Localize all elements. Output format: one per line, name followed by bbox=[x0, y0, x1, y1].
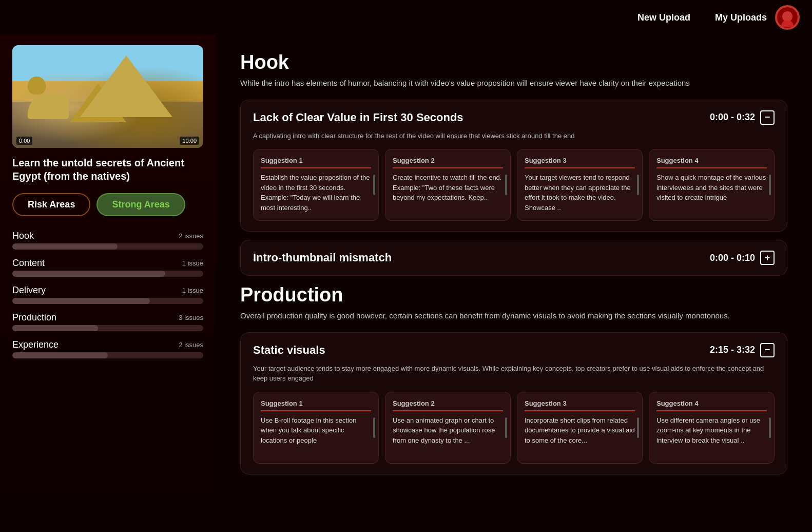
risk-areas-button[interactable]: Risk Areas bbox=[12, 193, 90, 216]
issue-hook: Hook 2 issues bbox=[12, 231, 203, 250]
collapse-static-icon[interactable]: − bbox=[760, 343, 775, 357]
issue-delivery-bar-bg bbox=[12, 298, 203, 304]
lack-of-value-card: Lack of Clear Value in First 30 Seconds … bbox=[240, 100, 787, 232]
production-section-title: Production bbox=[240, 284, 787, 306]
lack-of-value-card-header: Lack of Clear Value in First 30 Seconds … bbox=[253, 110, 775, 125]
suggestion-2-text: Create incentive to watch till the end. … bbox=[393, 173, 503, 203]
issue-delivery-count: 1 issue bbox=[182, 287, 203, 294]
issue-content: Content 1 issue bbox=[12, 258, 203, 277]
production-section-subtitle: Overall production quality is good howev… bbox=[240, 310, 787, 322]
scroll-indicator-s1 bbox=[373, 417, 375, 438]
sphinx-head-shape bbox=[28, 77, 46, 94]
suggestion-card-1: Suggestion 1 Establish the value proposi… bbox=[253, 149, 379, 221]
pyramid-large-shape bbox=[80, 55, 172, 117]
issue-hook-name: Hook bbox=[12, 231, 34, 241]
static-visuals-suggestions: Suggestion 1 Use B-roll footage in this … bbox=[253, 392, 775, 464]
issue-content-bar-bg bbox=[12, 271, 203, 277]
static-suggestion-3-label: Suggestion 3 bbox=[525, 400, 635, 411]
static-suggestion-1-label: Suggestion 1 bbox=[261, 400, 371, 411]
issue-experience-bar-fill bbox=[12, 352, 108, 358]
new-upload-nav[interactable]: New Upload bbox=[637, 12, 690, 23]
static-visuals-card: Static visuals 2:15 - 3:32 − Your target… bbox=[240, 332, 787, 474]
issue-content-count: 1 issue bbox=[182, 259, 203, 267]
issue-hook-header: Hook 2 issues bbox=[12, 231, 203, 241]
lack-of-value-suggestions: Suggestion 1 Establish the value proposi… bbox=[253, 149, 775, 221]
main-layout: 0:00 10:00 Learn the untold secrets of A… bbox=[0, 35, 812, 532]
issue-production-bar-fill bbox=[12, 325, 98, 331]
thumbnail-image bbox=[12, 45, 203, 148]
static-visuals-time-text: 2:15 - 3:32 bbox=[710, 345, 755, 355]
issue-experience-count: 2 issues bbox=[179, 341, 203, 349]
issue-hook-bar-bg bbox=[12, 243, 203, 250]
static-suggestion-card-1: Suggestion 1 Use B-roll footage in this … bbox=[253, 392, 379, 464]
issue-production: Production 3 issues bbox=[12, 312, 203, 331]
lack-of-value-desc: A captivating intro with clear structure… bbox=[253, 131, 775, 141]
suggestion-1-label: Suggestion 1 bbox=[261, 157, 371, 168]
video-time-start: 0:00 bbox=[16, 137, 32, 145]
suggestion-3-label: Suggestion 3 bbox=[525, 157, 635, 168]
static-suggestion-2-label: Suggestion 2 bbox=[393, 400, 503, 411]
issue-experience-header: Experience 2 issues bbox=[12, 339, 203, 350]
issue-content-header: Content 1 issue bbox=[12, 258, 203, 269]
intro-thumbnail-time-text: 0:00 - 0:10 bbox=[710, 253, 755, 263]
scroll-indicator-s4 bbox=[769, 417, 771, 438]
issue-production-count: 3 issues bbox=[179, 314, 203, 321]
issues-list: Hook 2 issues Content 1 issue bbox=[12, 231, 203, 358]
lack-of-value-card-time: 0:00 - 0:32 − bbox=[710, 110, 775, 125]
static-visuals-card-header: Static visuals 2:15 - 3:32 − bbox=[253, 343, 775, 357]
issue-experience-bar-bg bbox=[12, 352, 203, 358]
scroll-indicator-3 bbox=[637, 175, 639, 195]
header-nav: New Upload My Uploads bbox=[637, 12, 767, 23]
scroll-indicator-1 bbox=[373, 175, 375, 195]
sidebar: 0:00 10:00 Learn the untold secrets of A… bbox=[0, 35, 216, 532]
hook-section-title: Hook bbox=[240, 51, 787, 73]
content-area[interactable]: Hook While the intro has elements of hum… bbox=[216, 35, 812, 532]
issue-production-bar-bg bbox=[12, 325, 203, 331]
static-visuals-time: 2:15 - 3:32 − bbox=[710, 343, 775, 357]
lack-of-value-time-text: 0:00 - 0:32 bbox=[710, 112, 755, 123]
issue-experience: Experience 2 issues bbox=[12, 339, 203, 358]
issue-hook-count: 2 issues bbox=[179, 232, 203, 240]
suggestion-4-label: Suggestion 4 bbox=[656, 157, 767, 168]
issue-delivery-header: Delivery 1 issue bbox=[12, 285, 203, 296]
issue-production-header: Production 3 issues bbox=[12, 312, 203, 323]
static-suggestion-3-text: Incorporate short clips from related doc… bbox=[525, 415, 635, 446]
video-title: Learn the untold secrets of Ancient Egyp… bbox=[12, 156, 203, 183]
video-time-end-badge: 10:00 bbox=[180, 137, 199, 145]
sphinx-body-shape bbox=[28, 93, 69, 119]
scroll-indicator-2 bbox=[505, 175, 507, 195]
static-visuals-desc: Your target audience tends to stay more … bbox=[253, 364, 775, 384]
static-suggestion-2-text: Use an animated graph or chart to showca… bbox=[393, 415, 503, 446]
static-suggestion-card-4: Suggestion 4 Use different camera angles… bbox=[649, 392, 775, 464]
static-visuals-title: Static visuals bbox=[253, 344, 325, 357]
my-uploads-nav[interactable]: My Uploads bbox=[715, 12, 767, 23]
strong-areas-button[interactable]: Strong Areas bbox=[96, 193, 185, 216]
suggestion-3-text: Your target viewers tend to respond bett… bbox=[525, 173, 635, 213]
video-thumbnail[interactable]: 0:00 10:00 bbox=[12, 45, 203, 148]
suggestion-4-text: Show a quick montage of the various inte… bbox=[656, 173, 767, 203]
issue-content-name: Content bbox=[12, 258, 45, 269]
intro-thumbnail-card: Intro-thumbnail mismatch 0:00 - 0:10 + bbox=[240, 240, 787, 276]
avatar[interactable] bbox=[775, 5, 800, 30]
issue-delivery: Delivery 1 issue bbox=[12, 285, 203, 304]
scroll-indicator-s2 bbox=[505, 417, 507, 438]
lack-of-value-card-title: Lack of Clear Value in First 30 Seconds bbox=[253, 111, 463, 124]
suggestion-card-3: Suggestion 3 Your target viewers tend to… bbox=[517, 149, 643, 221]
issue-delivery-name: Delivery bbox=[12, 285, 46, 296]
intro-thumbnail-title: Intro-thumbnail mismatch bbox=[253, 251, 392, 264]
expand-icon[interactable]: + bbox=[760, 251, 775, 265]
issue-experience-name: Experience bbox=[12, 339, 59, 350]
issue-delivery-bar-fill bbox=[12, 298, 150, 304]
suggestion-card-4: Suggestion 4 Show a quick montage of the… bbox=[649, 149, 775, 221]
suggestion-2-label: Suggestion 2 bbox=[393, 157, 503, 168]
collapse-icon[interactable]: − bbox=[760, 110, 775, 125]
suggestion-1-text: Establish the value proposition of the v… bbox=[261, 173, 371, 213]
hook-section-subtitle: While the intro has elements of humor, b… bbox=[240, 78, 787, 89]
static-suggestion-4-text: Use different camera angles or use zoom-… bbox=[656, 415, 767, 446]
issue-hook-bar-fill bbox=[12, 243, 118, 250]
toggle-buttons: Risk Areas Strong Areas bbox=[12, 193, 203, 216]
issue-content-bar-fill bbox=[12, 271, 165, 277]
static-suggestion-card-3: Suggestion 3 Incorporate short clips fro… bbox=[517, 392, 643, 464]
scroll-indicator-4 bbox=[769, 175, 771, 195]
suggestion-card-2: Suggestion 2 Create incentive to watch t… bbox=[385, 149, 511, 221]
